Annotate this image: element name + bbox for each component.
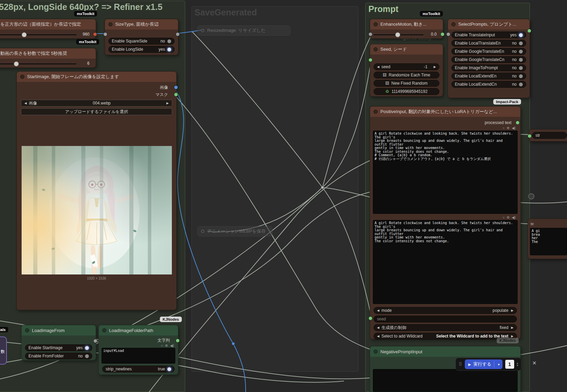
- slider-knob[interactable]: [395, 32, 400, 37]
- node-graph-canvas[interactable]: 528px, LongSide 640px? => Refiner x1.5 S…: [0, 0, 567, 392]
- clipped-node-right-bottom[interactable]: te A gi brea her The: [528, 219, 567, 259]
- toggle-knob[interactable]: [519, 58, 523, 62]
- widget-icons[interactable]: ○ ⚙ ◀): [503, 126, 516, 130]
- negative-prompt-textarea[interactable]: [373, 369, 518, 392]
- select-prompts-output-port[interactable]: [527, 29, 531, 33]
- seed-input-port[interactable]: [368, 58, 373, 62]
- randomize-each-time-button[interactable]: ⚄ Randomize Each Time: [374, 72, 439, 78]
- mask-output-port[interactable]: [174, 93, 178, 97]
- gear-icon[interactable]: ⚙: [507, 126, 510, 130]
- toggle-enable-fromfolder[interactable]: Enable FromFolder no: [25, 353, 92, 359]
- node-duration[interactable]: 動画の長さを秒数で指定 5秒推奨 6: [0, 48, 96, 68]
- combo-right-icon[interactable]: ▶: [511, 334, 513, 338]
- toggle-enable-longside[interactable]: Enable LongSide yes: [108, 46, 175, 53]
- collapse-dot[interactable]: [374, 47, 378, 51]
- run-toolbar[interactable]: ⠿ ▶ 実行する ▾ 1 ▴ ▾: [456, 358, 521, 371]
- processed-prompt-textarea[interactable]: A girl Rotate clockwise and looking back…: [373, 220, 518, 304]
- gear-icon[interactable]: ⚙: [507, 216, 510, 219]
- toggle-knob[interactable]: [167, 48, 171, 51]
- toggle-knob[interactable]: [85, 354, 89, 358]
- seed-combo[interactable]: ◀ seed -1 ▶: [374, 63, 439, 70]
- speaker-icon[interactable]: ◀): [512, 126, 516, 130]
- collapse-dot[interactable]: [20, 75, 24, 79]
- toggle-knob[interactable]: [85, 346, 89, 350]
- combo-right-icon[interactable]: ▶: [511, 309, 513, 312]
- collapse-dot[interactable]: [374, 350, 378, 354]
- wildcard-combo[interactable]: ◀ Select to add Wildcard Select the Wild…: [374, 333, 517, 340]
- collapse-dot[interactable]: [451, 22, 456, 26]
- speaker-icon[interactable]: ◀): [512, 216, 516, 219]
- close-icon[interactable]: ×: [532, 359, 536, 367]
- combo-left-icon[interactable]: ◀: [377, 326, 379, 329]
- node-enhance-motion[interactable]: EnhanceMotion, 動き... 0.0: [370, 19, 443, 39]
- load-image-from-output-port[interactable]: [93, 339, 97, 343]
- gear-icon[interactable]: ⚙: [165, 344, 168, 347]
- speaker-icon[interactable]: ◀): [170, 344, 174, 347]
- toggle-enable-squareside[interactable]: Enable SquareSide no: [108, 38, 175, 45]
- node-seed[interactable]: Seed, シード ◀ seed -1 ▶ ⚄ Randomize Each T…: [370, 44, 443, 97]
- toggle-knob[interactable]: [167, 39, 171, 43]
- collapse-dot[interactable]: [25, 328, 29, 332]
- combo-right-icon[interactable]: ▶: [511, 326, 513, 329]
- toggle-local-translate-en[interactable]: Enable LocalTranslateEn no: [451, 40, 526, 47]
- toggle-knob[interactable]: [519, 50, 523, 53]
- strip-newlines-toggle[interactable]: strip_newlines true: [102, 366, 175, 372]
- clipped-node-right-top[interactable]: str: [529, 129, 567, 142]
- collapse-dot[interactable]: [374, 22, 378, 26]
- run-button[interactable]: ▶ 実行する ▾: [465, 359, 502, 369]
- positive-seed-input-port[interactable]: [368, 316, 373, 320]
- size-type-input-port[interactable]: [103, 32, 107, 36]
- clipped-node-left[interactable]: 数: [0, 336, 7, 365]
- combo-right-icon[interactable]: ▶: [166, 101, 169, 105]
- toggle-google-translate-cn[interactable]: Enable GoogleTranslateCn no: [451, 56, 526, 63]
- collapse-dot[interactable]: [374, 110, 378, 114]
- control-after-generate-combo[interactable]: ◀ 生成後の制御 fixed ▶: [374, 324, 517, 331]
- node-positive-input[interactable]: PositiveInput, 翻訳の対象外にしたい LoRAトリガーなど... …: [370, 106, 521, 339]
- drag-handle-icon[interactable]: ⠿: [459, 362, 462, 367]
- node-load-image-from[interactable]: LoadImageFrom Enable StartImage yes Enab…: [21, 325, 96, 360]
- circle-icon[interactable]: ○: [161, 344, 163, 347]
- image-output-port[interactable]: [174, 85, 178, 89]
- node-size-type[interactable]: SizeType, 面積か長辺 Enable SquareSide no Ena…: [105, 19, 178, 55]
- enhance-input-port[interactable]: [368, 32, 373, 36]
- select-prompts-input-port[interactable]: [446, 32, 450, 36]
- toggle-translate-input[interactable]: Enable TranslateInput yes: [451, 32, 526, 38]
- enhance-motion-slider[interactable]: 0.0: [374, 31, 439, 38]
- toggle-knob[interactable]: [167, 367, 171, 371]
- reroute-dot-blue[interactable]: [232, 342, 235, 345]
- slider-knob[interactable]: [22, 32, 27, 37]
- size-type-output-port[interactable]: [176, 32, 180, 36]
- fixed-seed-value-button[interactable]: ♻ 1114999685945192: [374, 88, 439, 95]
- circle-icon[interactable]: ○: [503, 126, 505, 130]
- enhance-output-port[interactable]: [440, 32, 445, 36]
- widget-icons[interactable]: ○ ⚙ ◀): [161, 344, 174, 347]
- chevron-down-icon[interactable]: ▾: [497, 363, 501, 366]
- folder-path-textarea[interactable]: input¥Load: [102, 348, 175, 364]
- node-square-side[interactable]: を正方形の辺（面積指定）か長辺で指定 960: [0, 19, 96, 39]
- node-load-image-folder-path[interactable]: LoadImageFolderPath 文字列 ○ ⚙ ◀) input¥Loa…: [98, 325, 178, 375]
- stepper-down-icon[interactable]: ▾: [517, 364, 518, 367]
- clipped-reroute-node[interactable]: [528, 193, 534, 199]
- combo-right-icon[interactable]: ▶: [434, 65, 436, 69]
- toggle-knob[interactable]: [519, 66, 523, 70]
- string-output-port[interactable]: [176, 339, 180, 343]
- toggle-knob[interactable]: [519, 33, 523, 37]
- node-resized-image[interactable]: ResizedImage: リサイズした: [197, 25, 291, 36]
- batch-count-input[interactable]: 1: [505, 360, 514, 369]
- combo-left-icon[interactable]: ◀: [377, 65, 379, 69]
- combo-left-icon[interactable]: ◀: [377, 334, 379, 338]
- node-start-image[interactable]: StartImage, 開始フレームの画像を設定します 画像 マスク ◀ 画像 …: [16, 71, 177, 310]
- toggle-local-extend-en[interactable]: Enable LocalExtendEn no: [451, 73, 526, 79]
- node-save-webp[interactable]: アニメーションWEBPを保存: [197, 226, 273, 236]
- duration-slider[interactable]: 6: [0, 60, 92, 67]
- toggle-knob[interactable]: [519, 41, 523, 45]
- toggle-knob[interactable]: [519, 83, 523, 86]
- collapse-dot[interactable]: [102, 328, 106, 332]
- widget-icons[interactable]: ○ ⚙ ◀): [503, 216, 516, 219]
- processed-text-port[interactable]: [516, 121, 520, 125]
- positive-prompt-textarea[interactable]: A girl Rotate clockwise and looking back…: [373, 131, 518, 214]
- image-file-combo[interactable]: ◀ 画像 004.webp ▶: [21, 100, 172, 107]
- upload-file-button[interactable]: アップロードするファイルを選択: [21, 108, 172, 115]
- collapse-dot[interactable]: [201, 29, 204, 32]
- new-fixed-random-button[interactable]: ⚄ New Fixed Random: [374, 80, 439, 87]
